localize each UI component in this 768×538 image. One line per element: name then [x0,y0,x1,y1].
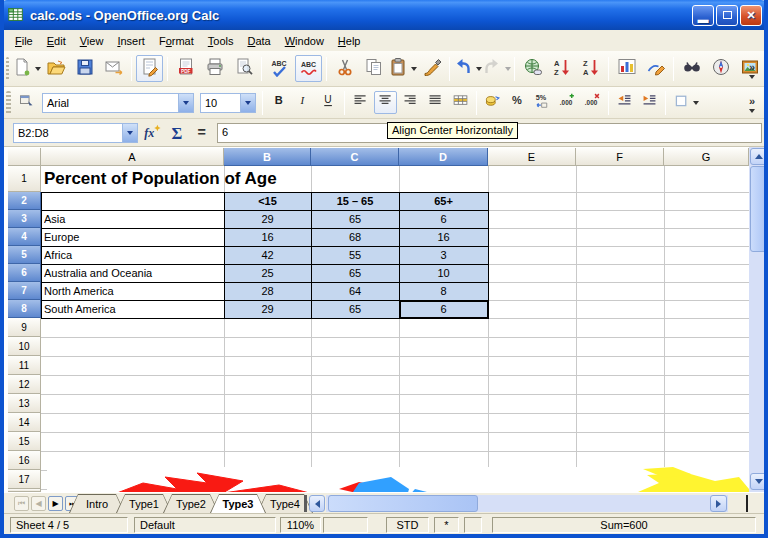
horizontal-scrollbar[interactable] [326,495,728,512]
row-header-11[interactable]: 11 [8,356,41,375]
hyperlink-button[interactable] [519,55,546,82]
borders-button[interactable] [670,91,702,114]
status-sum[interactable]: Sum=600 [492,517,756,533]
cell-value[interactable]: 29 [224,300,311,318]
show-draw-functions-button[interactable] [642,55,669,82]
justify-button[interactable] [424,91,447,114]
decrease-indent-button[interactable] [613,91,636,114]
dropdown-arrow-icon[interactable] [35,67,41,71]
cell-label-north-america[interactable]: North America [44,282,222,300]
format-paintbrush-button[interactable] [418,55,445,82]
menu-format[interactable]: Format [152,32,201,50]
menu-help[interactable]: Help [331,32,368,50]
scroll-left-button[interactable] [309,495,325,512]
column-header-C[interactable]: C [311,148,399,166]
menu-edit[interactable]: Edit [40,32,73,50]
menu-view[interactable]: View [73,32,111,50]
row-header-3[interactable]: 3 [8,210,41,228]
row-header-12[interactable]: 12 [8,375,41,394]
column-header-A[interactable]: A [41,148,224,166]
scroll-down-button[interactable] [750,473,767,490]
undo-button[interactable] [454,55,481,82]
cell-value[interactable]: 64 [311,282,399,300]
menu-file[interactable]: File [8,32,40,50]
cell-a1-title[interactable]: Percent of Population of Age [44,166,277,192]
percent-button[interactable]: % [506,91,529,114]
cell-value[interactable]: 29 [224,210,311,228]
sort-descending-button[interactable]: ZA [577,55,604,82]
spellcheck-button[interactable]: ABC [266,55,293,82]
row-header-13[interactable]: 13 [8,394,41,413]
row-header-5[interactable]: 5 [8,246,41,264]
status-sheet-number[interactable]: Sheet 4 / 5 [10,517,128,533]
merge-cells-button[interactable] [449,91,472,114]
status-modified-flag[interactable]: * [434,517,459,533]
cell-label-south-america[interactable]: South America [44,300,222,318]
row-header-7[interactable]: 7 [8,282,41,300]
cell-value[interactable]: 10 [399,264,488,282]
function-equals-button[interactable]: = [192,122,214,144]
number-standard-button[interactable]: 5% [531,91,554,114]
cell-label-europe[interactable]: Europe [44,228,222,246]
auto-spellcheck-button[interactable]: ABC [295,55,322,82]
row-header-2[interactable]: 2 [8,192,41,210]
column-header-D[interactable]: D [399,148,488,166]
vertical-scroll-thumb[interactable] [750,166,767,252]
scroll-up-button[interactable] [750,148,767,165]
cell-value[interactable]: 8 [399,282,488,300]
cell-label-africa[interactable]: Africa [44,246,222,264]
cell-header-15 – 65[interactable]: 15 – 65 [311,192,399,210]
previous-sheet-button[interactable]: ◀ [31,496,46,511]
combo-dropdown-icon[interactable] [178,94,193,112]
maximize-button[interactable] [716,5,738,26]
increase-indent-button[interactable] [638,91,661,114]
dropdown-arrow-icon[interactable] [693,101,699,105]
column-header-B[interactable]: B [224,148,311,166]
row-header-15[interactable]: 15 [8,432,41,451]
align-right-button[interactable] [399,91,422,114]
navigator-button[interactable] [707,55,734,82]
row-header-1[interactable]: 1 [8,166,41,192]
font-size-combo[interactable]: 10 [200,93,256,113]
function-wizard-button[interactable]: fx [142,122,164,144]
row-header-14[interactable]: 14 [8,413,41,432]
cell-value[interactable]: 6 [399,210,488,228]
column-header-G[interactable]: G [664,148,749,166]
status-page-style[interactable]: Default [134,517,276,533]
toolbar-drag-handle[interactable] [6,57,9,81]
name-box[interactable]: B2:D8 [13,123,138,143]
underline-button[interactable]: U [317,91,340,114]
minimize-button[interactable]: ▬ [692,5,714,26]
print-button[interactable] [201,55,228,82]
row-header-9[interactable]: 9 [8,318,41,337]
row-header-10[interactable]: 10 [8,337,41,356]
column-header-F[interactable]: F [576,148,664,166]
font-name-combo[interactable]: Arial [42,93,194,113]
standard-toolbar-overflow-button[interactable]: » [744,62,760,79]
cell-value[interactable]: 28 [224,282,311,300]
cell-value[interactable]: 55 [311,246,399,264]
cell-label-asia[interactable]: Asia [44,210,222,228]
cell-value[interactable]: 65 [311,264,399,282]
menu-insert[interactable]: Insert [110,32,152,50]
cut-button[interactable] [331,55,358,82]
menu-tools[interactable]: Tools [201,32,241,50]
currency-button[interactable] [481,91,504,114]
page-preview-button[interactable] [230,55,257,82]
combo-dropdown-icon[interactable] [240,94,255,112]
column-header-E[interactable]: E [488,148,576,166]
next-sheet-button[interactable]: ▶ [48,496,63,511]
cell-value[interactable]: 25 [224,264,311,282]
tab-split-handle[interactable] [304,495,307,512]
first-sheet-button[interactable]: ⏮ [14,496,29,511]
row-header-17[interactable]: 17 [8,470,41,489]
scroll-right-button[interactable] [710,495,727,512]
redo-button[interactable] [483,55,510,82]
row-header-4[interactable]: 4 [8,228,41,246]
row-header-6[interactable]: 6 [8,264,41,282]
cell-header-65+[interactable]: 65+ [399,192,488,210]
close-button[interactable]: ✕ [740,5,762,26]
align-center-button[interactable] [374,91,397,114]
styles-button[interactable] [15,91,38,114]
delete-decimal-button[interactable]: .000 [581,91,604,114]
